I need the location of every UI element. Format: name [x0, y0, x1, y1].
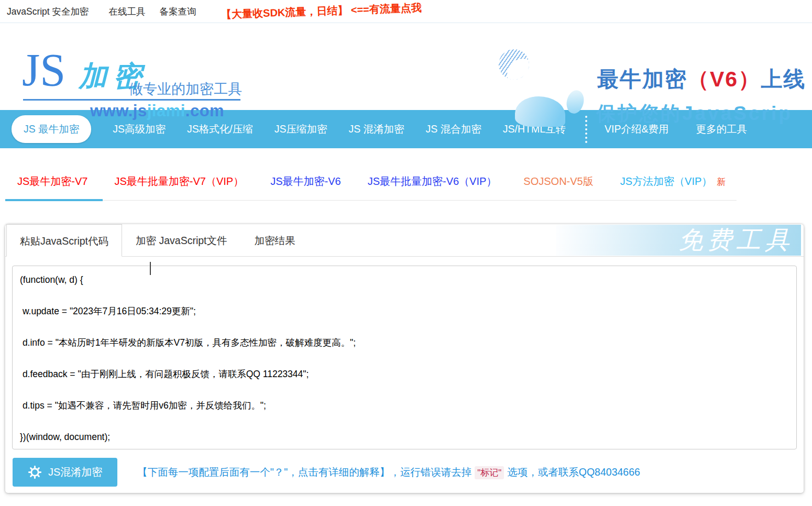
domain-mid: jiami	[147, 102, 185, 120]
config-hint-text: 【下面每一项配置后面有一个"？"，点击有详细的解释】，运行错误请去掉"标记"选项…	[137, 465, 640, 479]
editor-tabs: 粘贴JavaScript代码 加密 JavaScript文件 加密结果 免费工具	[5, 224, 804, 257]
subnav-tab-method-encrypt-vip[interactable]: JS方法加密（VIP）新	[620, 174, 726, 189]
nav-item-compress-encrypt[interactable]: JS压缩加密	[275, 122, 327, 136]
hint-before: 【下面每一项配置后面有一个"？"，点击有详细的解释】，运行错误请去掉	[137, 466, 471, 478]
site-logo-js[interactable]: JS	[22, 47, 65, 93]
tab-encrypt-result[interactable]: 加密结果	[241, 224, 309, 256]
topbar-link-icp-lookup[interactable]: 备案查询	[160, 5, 196, 18]
subnav-tab-v7-batch-vip[interactable]: JS最牛批量加密-V7（VIP）	[114, 174, 244, 189]
domain-prefix: www.js	[90, 102, 147, 120]
editor-footer: JS混淆加密 【下面每一项配置后面有一个"？"，点击有详细的解释】，运行错误请去…	[13, 458, 796, 493]
gear-icon	[28, 465, 42, 479]
logo-tagline: 做专业的加密工具	[129, 80, 242, 98]
obfuscate-button-label: JS混淆加密	[48, 465, 102, 479]
nav-item-advanced-encrypt[interactable]: JS高级加密	[113, 122, 166, 136]
v6-banner-title-right: 上线	[761, 67, 806, 91]
tab-paste-js-code[interactable]: 粘贴JavaScript代码	[6, 224, 122, 257]
mark-option-chip: "标记"	[475, 466, 504, 479]
striped-circle-decoration	[499, 49, 529, 80]
v6-banner-title: 最牛加密（V6）上线	[597, 65, 806, 94]
hint-after: 选项，或者联系QQ84034666	[507, 466, 640, 478]
site-header: JS 加密 做专业的加密工具 www.jsjiami.com 最牛加密（V6）上…	[0, 23, 812, 110]
nav-item-best-encrypt-active[interactable]: JS 最牛加密	[12, 115, 91, 143]
logo-underline	[23, 99, 240, 101]
cloud-blob-decoration	[515, 96, 565, 127]
new-badge: 新	[717, 177, 726, 187]
code-input[interactable]: (function(w, d) { w.update = "2023年7月16日…	[12, 266, 797, 449]
top-utility-bar: JavaScript 安全加密 在线工具 备案查询 【大量收SDK流量，日结】 …	[0, 0, 812, 23]
version-subnav: JS最牛加密-V7 JS最牛批量加密-V7（VIP） JS最牛加密-V6 JS最…	[5, 174, 737, 201]
sdk-traffic-promo-link[interactable]: 【大量收SDK流量，日结】 <==有流量点我	[221, 1, 422, 21]
v6-banner-subtitle: 保护您的JavaScrip	[596, 101, 793, 127]
text-caret	[150, 262, 151, 275]
topbar-link-js-security[interactable]: JavaScript 安全加密	[7, 5, 89, 18]
nav-item-format-compress[interactable]: JS格式化/压缩	[187, 122, 253, 136]
subnav-tab-v6[interactable]: JS最牛加密-V6	[270, 174, 341, 189]
encrypt-tool-card: 粘贴JavaScript代码 加密 JavaScript文件 加密结果 免费工具…	[5, 224, 804, 493]
topbar-link-online-tools[interactable]: 在线工具	[109, 5, 146, 18]
nav-dotted-divider	[585, 116, 587, 143]
subnav-tab-sojson-v5[interactable]: SOJSON-V5版	[523, 174, 593, 189]
free-tool-watermark: 免费工具	[556, 225, 801, 256]
subnav-tab-method-encrypt-label: JS方法加密（VIP）	[620, 175, 712, 187]
nav-item-obfuscate-encrypt[interactable]: JS 混淆加密	[348, 122, 404, 136]
domain-suffix: .com	[185, 102, 224, 120]
active-tab-underline	[5, 199, 103, 201]
obfuscate-encrypt-button[interactable]: JS混淆加密	[13, 458, 117, 487]
subnav-tab-v7-active[interactable]: JS最牛加密-V7	[17, 174, 87, 189]
subnav-tab-v6-batch-vip[interactable]: JS最牛批量加密-V6（VIP）	[368, 174, 497, 189]
v6-banner-version: （V6）	[687, 67, 761, 91]
nav-item-mixed-encrypt[interactable]: JS 混合加密	[426, 122, 481, 136]
site-domain[interactable]: www.jsjiami.com	[90, 102, 224, 120]
v6-banner-title-left: 最牛加密	[597, 67, 687, 91]
tab-encrypt-js-file[interactable]: 加密 JavaScript文件	[122, 224, 240, 256]
